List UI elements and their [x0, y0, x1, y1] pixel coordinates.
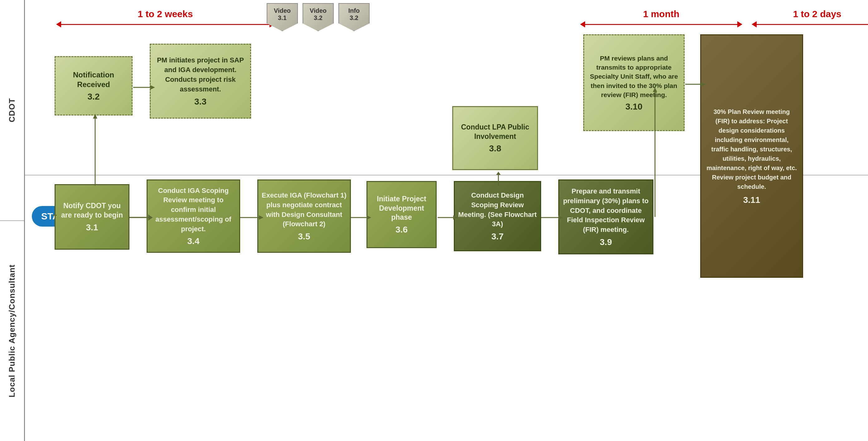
info-3-2-line2: 3.2: [350, 14, 359, 22]
video-3-1-line2: 3.1: [278, 14, 287, 22]
conduct-lpa-number: 3.8: [489, 144, 501, 153]
initiate-project-number: 3.6: [396, 225, 408, 235]
info-3-2-line1: Info: [348, 7, 360, 14]
notification-received-text: NotificationReceived: [73, 70, 114, 89]
pm-reviews-number: 3.10: [625, 102, 643, 112]
arrow-notification-to-pm: [132, 78, 155, 97]
cdot-label-section: CDOT: [0, 0, 24, 221]
pm-initiates-text: PM initiates project in SAP and IGA deve…: [154, 56, 246, 94]
svg-marker-13: [701, 82, 706, 86]
thirty-percent-review-node: 30% Plan Review meeting (FIR) to address…: [700, 34, 803, 278]
bracket-weeks-label: 1 to 2 weeks: [138, 9, 193, 19]
info-3-2-badge[interactable]: Info 3.2: [338, 3, 370, 31]
svg-marker-3: [259, 215, 264, 220]
design-scoping-text: Conduct Design Scoping Review Meeting. (…: [458, 191, 537, 229]
arrow-prepare-to-pm-reviews: [652, 87, 677, 218]
arrow-initiate-to-design: [436, 203, 458, 234]
svg-marker-1: [148, 215, 153, 220]
prepare-transmit-text: Prepare and transmit preliminary (30%) p…: [562, 187, 649, 235]
arrow-notify-to-notification: [89, 114, 101, 189]
initiate-project-node: Initiate Project Development phase 3.6: [367, 181, 437, 248]
svg-marker-11: [653, 87, 657, 92]
lpa-label-section: Local Public Agency/Consultant: [0, 221, 24, 441]
content-area: 1 to 2 weeks 1 month 1 to 2 days: [25, 0, 868, 441]
connector-start-notify: [53, 215, 57, 216]
time-bracket-month: 1 month: [580, 9, 742, 27]
arrow-notify-to-iga: [128, 203, 153, 234]
thirty-percent-number: 3.11: [743, 195, 761, 205]
svg-marker-17: [93, 114, 97, 119]
notify-cdot-number: 3.1: [86, 223, 98, 233]
bracket-month-label: 1 month: [643, 9, 680, 19]
video-3-1-badge[interactable]: Video 3.1: [267, 3, 298, 31]
conduct-lpa-text: Conduct LPA Public Involvement: [456, 123, 534, 141]
arrow-design-to-prepare: [539, 203, 563, 234]
initiate-project-text: Initiate Project Development phase: [371, 195, 433, 223]
arrow-pm-to-thirty: [684, 75, 706, 94]
conduct-lpa-node: Conduct LPA Public Involvement 3.8: [452, 106, 538, 170]
execute-iga-text: Execute IGA (Flowchart 1) plus negotiate…: [261, 191, 347, 229]
iga-scoping-node: Conduct IGA Scoping Review meeting to co…: [147, 179, 240, 253]
svg-marker-19: [496, 172, 501, 175]
iga-scoping-text: Conduct IGA Scoping Review meeting to co…: [151, 186, 236, 234]
video-3-2-line1: Video: [310, 7, 327, 14]
arrow-iga-to-execute: [239, 203, 264, 234]
svg-marker-7: [453, 215, 458, 220]
execute-iga-node: Execute IGA (Flowchart 1) plus negotiate…: [257, 179, 351, 253]
notify-cdot-text: Notify CDOT you are ready to begin: [59, 201, 125, 220]
notification-received-number: 3.2: [88, 92, 100, 102]
notification-received-node: NotificationReceived 3.2: [55, 56, 132, 116]
execute-iga-number: 3.5: [298, 232, 310, 241]
arrow-up-lpa: [492, 172, 505, 187]
time-bracket-weeks: 1 to 2 weeks: [56, 9, 275, 27]
pm-initiates-node: PM initiates project in SAP and IGA deve…: [150, 44, 251, 119]
notify-cdot-node: Notify CDOT you are ready to begin 3.1: [55, 184, 129, 250]
pm-initiates-number: 3.3: [194, 97, 207, 107]
design-scoping-number: 3.7: [492, 232, 504, 241]
thirty-percent-text: 30% Plan Review meeting (FIR) to address…: [706, 107, 798, 191]
prepare-transmit-number: 3.9: [600, 237, 612, 247]
lpa-label: Local Public Agency/Consultant: [7, 264, 17, 397]
arrow-execute-to-initiate: [349, 203, 371, 234]
side-labels: CDOT Local Public Agency/Consultant: [0, 0, 25, 441]
design-scoping-node: Conduct Design Scoping Review Meeting. (…: [454, 181, 541, 251]
bracket-days-label: 1 to 2 days: [793, 9, 841, 19]
video-3-2-line2: 3.2: [314, 14, 322, 22]
video-3-1-line1: Video: [274, 7, 291, 14]
cdot-label: CDOT: [7, 98, 17, 122]
svg-marker-15: [150, 85, 155, 90]
svg-marker-5: [367, 215, 371, 220]
video-3-2-badge[interactable]: Video 3.2: [303, 3, 334, 31]
iga-scoping-number: 3.4: [187, 236, 199, 246]
svg-marker-9: [558, 215, 563, 220]
time-bracket-days: 1 to 2 days: [752, 9, 868, 27]
main-container: CDOT Local Public Agency/Consultant 1 to…: [0, 0, 868, 441]
prepare-transmit-node: Prepare and transmit preliminary (30%) p…: [558, 179, 653, 254]
